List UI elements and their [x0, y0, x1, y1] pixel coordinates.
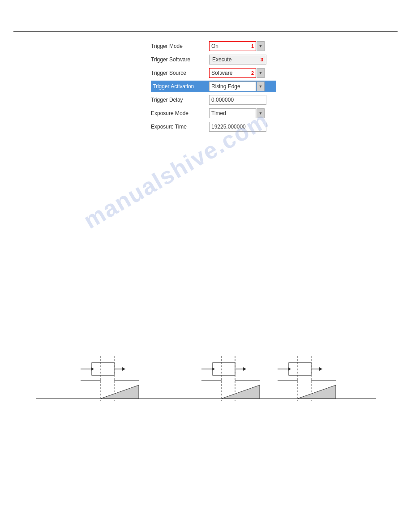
trigger-software-control: Execute 3 [209, 55, 276, 64]
svg-rect-1 [92, 363, 114, 375]
trigger-delay-label: Trigger Delay [151, 97, 209, 103]
trigger-activation-row: Trigger Activation Rising Edge ▼ [151, 81, 276, 92]
exposure-mode-control: Timed ▼ [209, 108, 276, 118]
svg-marker-15 [243, 367, 246, 371]
trigger-source-control: Software 2 ▼ [209, 68, 276, 78]
execute-label: Execute [212, 56, 231, 63]
settings-panel: Trigger Mode On 1 ▼ Trigger Software Exe… [151, 40, 276, 134]
trigger-source-value: Software [211, 70, 232, 76]
svg-marker-10 [101, 385, 139, 399]
svg-marker-30 [298, 385, 336, 399]
trigger-software-button[interactable]: Execute 3 [209, 55, 266, 64]
trigger-mode-input[interactable]: On 1 [209, 41, 256, 51]
trigger-activation-label: Trigger Activation [151, 83, 209, 90]
trigger-delay-control: 0.000000 [209, 95, 276, 105]
trigger-mode-row: Trigger Mode On 1 ▼ [151, 40, 276, 52]
exposure-time-label: Exposure Time [151, 124, 209, 130]
exposure-mode-input[interactable]: Timed [209, 108, 256, 118]
trigger-activation-input[interactable]: Rising Edge [209, 82, 256, 91]
trigger-diagram [22, 336, 390, 425]
trigger-source-badge: 2 [251, 70, 254, 76]
diagram-area [22, 336, 390, 425]
exposure-mode-label: Exposure Mode [151, 110, 209, 116]
trigger-mode-badge: 1 [251, 43, 254, 49]
exposure-time-row: Exposure Time 19225.000000 [151, 121, 276, 133]
trigger-mode-control: On 1 ▼ [209, 41, 276, 51]
exposure-mode-row: Exposure Mode Timed ▼ [151, 107, 276, 119]
exposure-time-control: 19225.000000 [209, 122, 276, 132]
svg-rect-11 [213, 363, 235, 375]
svg-rect-21 [289, 363, 311, 375]
trigger-source-arrow[interactable]: ▼ [257, 68, 265, 78]
trigger-mode-label: Trigger Mode [151, 43, 209, 49]
trigger-mode-value: On [211, 43, 218, 49]
trigger-source-input[interactable]: Software 2 [209, 68, 256, 78]
svg-marker-5 [122, 367, 125, 371]
execute-badge: 3 [261, 57, 263, 62]
trigger-mode-arrow[interactable]: ▼ [257, 41, 265, 51]
trigger-software-label: Trigger Software [151, 56, 209, 63]
exposure-mode-arrow[interactable]: ▼ [257, 108, 265, 118]
top-divider [13, 31, 398, 32]
svg-marker-25 [319, 367, 322, 371]
exposure-mode-value: Timed [211, 110, 226, 116]
trigger-activation-arrow[interactable]: ▼ [257, 82, 265, 91]
trigger-delay-value: 0.000000 [209, 95, 266, 105]
exposure-time-value: 19225.000000 [209, 122, 266, 132]
trigger-source-label: Trigger Source [151, 70, 209, 76]
trigger-source-row: Trigger Source Software 2 ▼ [151, 67, 276, 79]
trigger-activation-control: Rising Edge ▼ [209, 82, 276, 91]
svg-marker-20 [222, 385, 260, 399]
trigger-delay-row: Trigger Delay 0.000000 [151, 94, 276, 106]
trigger-software-row: Trigger Software Execute 3 [151, 54, 276, 65]
trigger-activation-value: Rising Edge [211, 83, 240, 90]
